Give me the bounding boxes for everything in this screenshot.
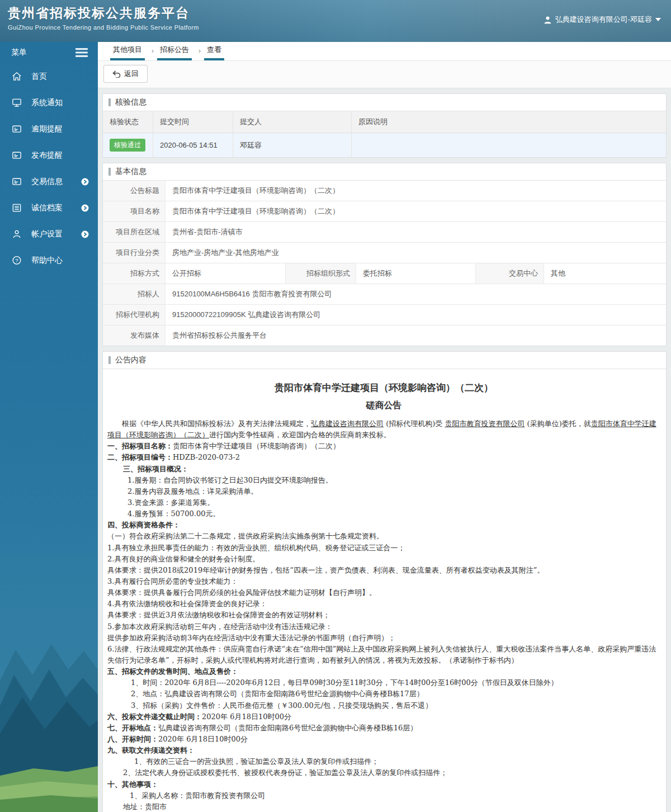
field-label: 项目所在区域 [103,222,166,242]
table-header-row: 核验状态提交时间提交人原因说明 [103,111,666,133]
column-header: 提交人 [233,111,352,133]
card-icon [11,150,23,161]
announcement-panel: 公告内容 贵阳市体育中学迁建项目（环境影响咨询）（二次） 磋商公告 根据《中华人… [102,351,667,812]
document-line: 1.服务期：自合同协议书签订之日起30日内提交环境影响报告。 [107,475,660,486]
menu-label: 菜单 [11,48,27,58]
user-name: 弘典建设咨询有限公司-邓廷容 [555,15,652,25]
column-header: 提交时间 [153,111,233,133]
document-line: 1、采购人名称：贵阳市教育投资有限公司 [107,790,660,801]
section-marker [108,98,111,106]
field-value: 贵州省招标投标公共服务平台 [166,325,666,346]
main-content: 其他项目›招标公告›查看 返回 核验信息 核验状态提交时间提交人原因说明核验通过… [98,42,671,812]
field-label: 项目名称 [103,201,166,221]
help-icon: ? [11,255,23,266]
card-icon [11,124,23,135]
document-line: 五、招标文件的发售时间、地点及售价： [107,666,660,677]
back-label: 返回 [124,69,139,79]
document-line: 根据《中华人民共和国招标投标法》及有关法律法规规定，弘典建设咨询有限公司 (招标… [107,418,660,441]
sidebar-item-3[interactable]: 逾期提醒 [0,116,98,142]
status-badge: 核验通过 [110,139,145,152]
sidebar-item-label: 交易信息 [31,177,81,187]
document-line: （一）符合政府采购法第二十二条规定，提供政府采购法实施条例第十七条规定资料。 [107,531,660,542]
document-line: 六、投标文件递交截止时间：2020年 6月18日10时00分 [107,711,660,723]
section-marker [108,356,111,364]
document-line: 九、获取文件须递交资料： [107,745,660,756]
verification-panel: 核验信息 核验状态提交时间提交人原因说明核验通过2020-06-05 14:51… [102,93,667,158]
card-icon [11,176,23,187]
info-row: 公告标题贵阳市体育中学迁建项目（环境影响咨询）（二次） [103,181,666,201]
info-row: 项目所在区域贵州省-贵阳市-清镇市 [103,222,666,243]
field-value: 贵阳市体育中学迁建项目（环境影响咨询）（二次） [166,181,666,201]
list-icon [11,202,23,214]
document-line: 3.资金来源：多渠道筹集。 [107,497,660,508]
sidebar-item-label: 帮助中心 [31,256,89,266]
toolbar: 返回 [98,61,671,88]
field-label: 发布媒体 [103,325,166,346]
verification-table: 核验状态提交时间提交人原因说明核验通过2020-06-05 14:51邓廷容 [103,111,666,157]
sidebar-item-label: 帐户设置 [31,229,81,239]
section-title: 核验信息 [115,97,147,107]
field-label: 招标人 [103,284,166,304]
info-row: 招标代理机构91520000722109905K 弘典建设咨询有限公司 [103,305,666,325]
app-header: 贵州省招标投标公共服务平台 GuiZhou Province Tendering… [0,0,671,42]
column-header: 原因说明 [352,111,666,133]
home-icon [11,71,23,82]
field-label: 交易中心 [476,263,544,284]
document-line: 具体要求：提供具备履行合同所必须的社会风险评估技术能力证明材【自行声明】。 [107,587,660,598]
document-line: 2.具有良好的商业信誉和健全的财务会计制度。 [107,554,660,565]
field-label: 项目行业分类 [103,243,166,263]
document-title: 贵阳市体育中学迁建项目（环境影响咨询）（二次） [107,381,660,394]
field-label: 招标方式 [103,263,166,284]
sidebar-item-2[interactable]: 系统通知 [0,89,98,116]
breadcrumb-item-2[interactable]: 招标公告 [157,41,192,60]
document-line: 七、开标地点：弘典建设咨询有限公司（贵阳市金阳南路6号世纪金源购物中心商务楼B栋… [107,723,660,734]
field-label: 招标组织形式 [286,263,356,284]
document-line: 4.具有依法缴纳税收和社会保障资金的良好记录： [107,598,660,610]
document-line: 具体要求：提供2018或2019年经审计的财务报告，包括“四表一注，资产负债表、… [107,565,660,576]
breadcrumb-item-1[interactable]: 其他项目 [110,41,145,60]
chevron-right-icon [81,230,89,238]
document-line: 二、招标项目编号：HDZB-2020-073-2 [107,452,660,463]
document-line: 2、地点：弘典建设咨询有限公司（贵阳市金阳南路6号世纪金源购物中心商务楼B栋17… [107,688,660,700]
user-menu[interactable]: 弘典建设咨询有限公司-邓廷容 [544,15,661,25]
document-line: 2.服务内容及服务地点：详见采购清单。 [107,486,660,497]
field-value: 91520000722109905K 弘典建设咨询有限公司 [166,305,666,325]
info-row: 招标方式公开招标招标组织形式委托招标交易中心其他 [103,263,666,284]
info-row: 项目行业分类房地产业-房地产业-其他房地产业 [103,243,666,263]
document-body: 根据《中华人民共和国招标投标法》及有关法律法规规定，弘典建设咨询有限公司 (招标… [107,418,660,812]
breadcrumb-separator: › [195,43,204,60]
user-icon [544,16,552,24]
document-line: 四、投标商资格条件： [107,520,660,531]
document-line: 3.具有履行合同所必需的专业技术能力： [107,576,660,587]
hamburger-icon[interactable] [75,48,88,57]
document-line: 4.服务预算：50700.00元。 [107,508,660,520]
document-line: 地址：贵阳市 [107,801,660,812]
sidebar-item-label: 首页 [31,72,89,82]
document-line: 2、法定代表人身份证或授权委托书、被授权代表身份证，验证加盖公章及法人章的复印件… [107,767,660,778]
breadcrumb-item-3[interactable]: 查看 [204,41,224,60]
document-subtitle: 磋商公告 [107,400,660,412]
table-cell-status: 核验通过 [103,133,153,157]
chevron-right-icon [81,204,89,212]
sidebar: 菜单 首页系统通知逾期提醒发布提醒交易信息诚信档案帐户设置?帮助中心 [0,42,98,812]
chevron-right-icon [81,178,89,186]
sidebar-item-8[interactable]: ?帮助中心 [0,247,98,273]
sidebar-item-5[interactable]: 交易信息 [0,168,98,195]
document-line: 1、有效的三证合一的营业执照，验证加盖公章及法人章的复印件或扫描件； [107,756,660,767]
sidebar-item-7[interactable]: 帐户设置 [0,221,98,247]
sidebar-item-1[interactable]: 首页 [0,63,98,89]
document-line: 1.具有独立承担民事责任的能力：有效的营业执照、组织机构代码、税务登记证或三证合… [107,542,660,554]
sidebar-item-4[interactable]: 发布提醒 [0,142,98,168]
sidebar-nav: 首页系统通知逾期提醒发布提醒交易信息诚信档案帐户设置?帮助中心 [0,63,98,273]
field-value: 91520100MA6H5B6416 贵阳市教育投资有限公司 [166,284,666,304]
sidebar-item-6[interactable]: 诚信档案 [0,195,98,221]
mountain-landscape-image [0,555,98,812]
back-button[interactable]: 返回 [103,65,148,83]
document-line: 3、招标（采购）文件售价：人民币叁佰元整（￥300.00元/包，只接受现场购买，… [107,700,660,711]
sidebar-item-label: 发布提醒 [31,150,89,160]
field-value: 公开招标 [166,263,286,284]
app-subtitle: GuiZhou Province Tendering and Bidding P… [8,24,199,31]
field-label: 招标代理机构 [103,305,166,325]
announcement-document: 贵阳市体育中学迁建项目（环境影响咨询）（二次） 磋商公告 根据《中华人民共和国招… [103,369,666,812]
info-row: 发布媒体贵州省招标投标公共服务平台 [103,325,666,346]
